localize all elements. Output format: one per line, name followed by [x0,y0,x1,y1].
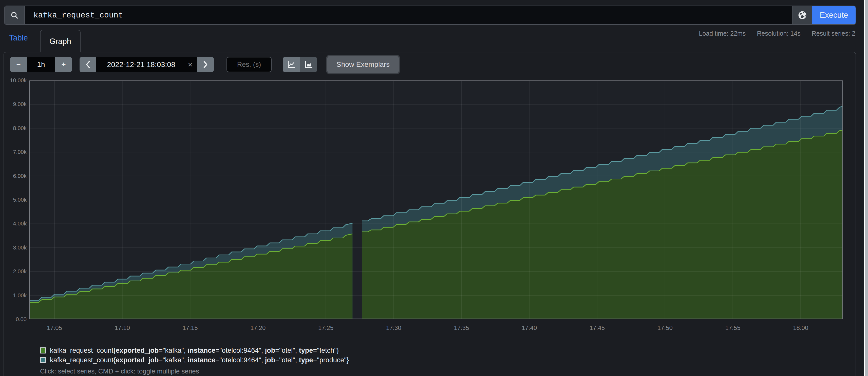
x-tick-label: 18:00 [785,324,816,332]
tab-table[interactable]: Table [9,33,28,42]
legend-series-name: kafka_request_count{exported_job="kafka"… [50,356,349,364]
legend-series-name: kafka_request_count{exported_job="kafka"… [50,347,339,354]
duration-increase-button[interactable]: + [55,57,72,72]
y-tick-label: 1.00k [3,292,27,299]
load-time: Load time: 22ms [699,30,746,37]
legend-item[interactable]: kafka_request_count{exported_job="kafka"… [40,355,349,365]
metrics-explorer-button[interactable] [792,6,812,24]
datetime-control: × [80,57,214,72]
x-tick-label: 17:35 [446,324,476,332]
tab-graph[interactable]: Graph [40,30,81,53]
stacked-chart-button[interactable] [300,57,317,72]
series-area-0 [362,130,843,319]
y-tick-label: 9.00k [3,101,27,107]
x-tick-label: 17:55 [717,324,748,332]
time-forward-button[interactable] [197,57,214,72]
legend-swatch [40,357,46,363]
y-tick-label: 2.00k [3,268,27,275]
query-input[interactable] [25,6,792,24]
scrollbar-track [864,0,868,376]
x-tick-label: 17:45 [582,324,612,332]
duration-decrease-button[interactable]: − [10,57,27,72]
chevron-right-icon [203,61,208,68]
line-chart-button[interactable] [283,57,300,72]
x-tick-label: 17:20 [243,324,273,332]
result-series: Result series: 2 [812,30,855,37]
query-stats: Load time: 22ms Resolution: 14s Result s… [699,30,855,37]
legend-hint: Click: select series, CMD + click: toggl… [40,367,199,375]
resolution-input[interactable] [226,57,272,72]
time-back-button[interactable] [80,57,96,72]
y-tick-label: 0.00 [3,316,27,322]
legend-swatch [40,347,46,353]
x-tick-label: 17:40 [514,324,545,332]
x-tick-label: 17:25 [311,324,341,332]
x-tick-label: 17:50 [650,324,680,332]
chart-canvas[interactable] [29,80,843,319]
line-chart-icon [287,60,296,69]
search-icon-box [5,6,25,24]
scrollbar-thumb[interactable] [865,0,868,376]
globe-icon [797,10,807,20]
query-bar: Execute [4,6,856,25]
series-area-0 [29,234,352,319]
search-icon [10,11,19,20]
datetime-box: × [96,57,197,72]
datetime-input[interactable] [96,61,197,69]
x-tick-label: 17:05 [39,324,70,332]
y-tick-label: 8.00k [3,125,27,132]
chart-legend: kafka_request_count{exported_job="kafka"… [40,346,349,365]
chevron-left-icon [85,61,91,68]
stacked-chart-icon [304,60,313,69]
y-tick-label: 6.00k [3,173,27,179]
x-tick-label: 17:30 [378,324,409,332]
y-tick-label: 5.00k [3,197,27,203]
execute-button[interactable]: Execute [812,6,856,24]
duration-control: − + [10,57,72,72]
x-tick-label: 17:10 [107,324,137,332]
duration-input[interactable] [27,57,55,72]
y-tick-label: 4.00k [3,220,27,227]
clear-datetime-icon[interactable]: × [188,61,192,69]
legend-item[interactable]: kafka_request_count{exported_job="kafka"… [40,346,349,355]
x-tick-label: 17:15 [175,324,205,332]
y-tick-label: 3.00k [3,244,27,251]
y-tick-label: 10.00k [3,77,27,84]
chart-type-toggle [283,57,317,72]
resolution: Resolution: 14s [757,30,800,37]
show-exemplars-button[interactable]: Show Exemplars [327,56,399,73]
y-tick-label: 7.00k [3,149,27,156]
